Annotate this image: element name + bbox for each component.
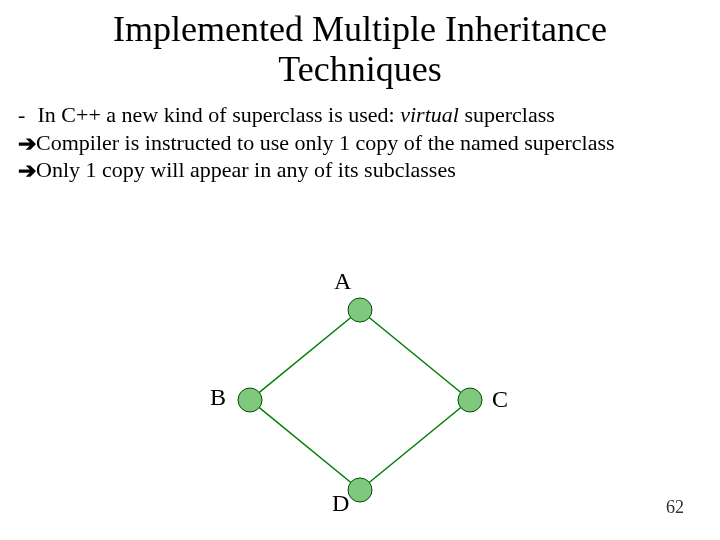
node-d-circle (348, 478, 372, 502)
bullet-1-post: superclass (459, 102, 555, 127)
bullet-2-text: Compiler is instructed to use only 1 cop… (36, 130, 615, 155)
edge-c-d (360, 400, 470, 490)
bullet-3: ➔Only 1 copy will appear in any of its s… (18, 156, 702, 184)
bullet-1-emph: virtual (400, 102, 459, 127)
page-number: 62 (666, 497, 684, 518)
node-b-label: B (210, 384, 226, 411)
node-a-label: A (334, 268, 351, 295)
edge-b-d (250, 400, 360, 490)
body-text: - In C++ a new kind of superclass is use… (0, 89, 720, 184)
arrow-icon: ➔ (18, 130, 36, 158)
node-c-circle (458, 388, 482, 412)
node-a-circle (348, 298, 372, 322)
bullet-1: - In C++ a new kind of superclass is use… (18, 101, 702, 129)
diagram-svg (0, 250, 720, 520)
node-b-circle (238, 388, 262, 412)
slide-title: Implemented Multiple Inheritance Techniq… (0, 0, 720, 89)
bullet-2: ➔Compiler is instructed to use only 1 co… (18, 129, 702, 157)
inheritance-diagram: A B C D (0, 250, 720, 520)
arrow-icon: ➔ (18, 157, 36, 185)
bullet-3-text: Only 1 copy will appear in any of its su… (36, 157, 456, 182)
node-d-label: D (332, 490, 349, 517)
edge-a-c (360, 310, 470, 400)
node-c-label: C (492, 386, 508, 413)
slide: Implemented Multiple Inheritance Techniq… (0, 0, 720, 540)
edge-a-b (250, 310, 360, 400)
dash-bullet: - (18, 101, 32, 129)
bullet-1-pre: In C++ a new kind of superclass is used: (38, 102, 401, 127)
